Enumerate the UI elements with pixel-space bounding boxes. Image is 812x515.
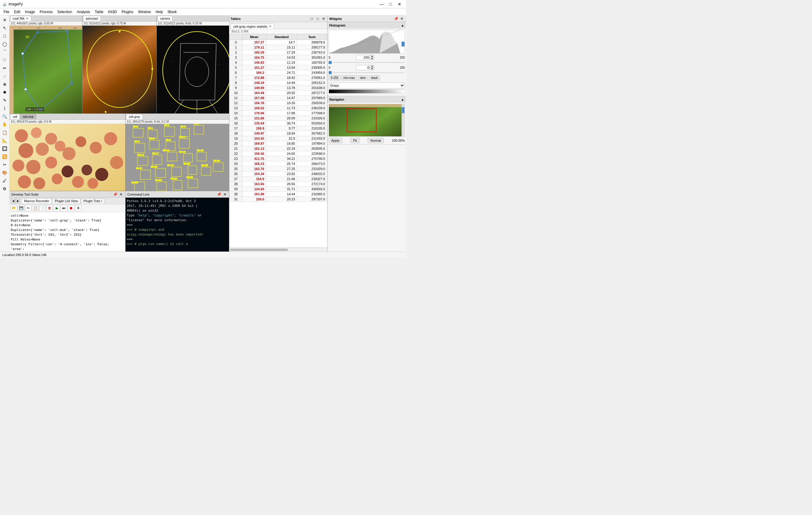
hist-upper-input[interactable]: 255 <box>356 55 370 60</box>
tool-btn-12[interactable]: 🔍 <box>1 112 9 120</box>
tool-btn-1[interactable]: ↖ <box>1 24 9 32</box>
minimize-button[interactable]: — <box>377 1 386 7</box>
menu-item-analysis[interactable]: Analysis <box>75 9 92 15</box>
table-scrollbar-h[interactable] <box>229 247 327 251</box>
tool-btn-9[interactable]: ✱ <box>1 88 9 96</box>
menu-item-image[interactable]: Image <box>23 9 37 15</box>
tool-btn-7[interactable]: ⟋ <box>1 72 9 80</box>
leaf-canvas[interactable]: 0 50 100 150 <box>9 26 82 113</box>
navigator-image[interactable] <box>329 104 405 137</box>
menu-item-ibook[interactable]: IBook <box>165 9 179 15</box>
plugin-list-tab[interactable]: Plugin List View <box>52 198 80 203</box>
tool-btn-15[interactable]: 📐 <box>1 137 9 144</box>
cell-tab[interactable]: cell <box>10 114 20 119</box>
colormap-select[interactable]: Grays <box>329 82 405 88</box>
cmd-close-btn[interactable]: ✕ <box>223 192 227 197</box>
astronaut-tab[interactable]: astronaut <box>83 16 101 21</box>
cell-gray-region-tab[interactable]: cell-gray-region statistic ✕ <box>231 24 274 29</box>
table-container[interactable]: MeanStandardSum0157.2714.7280878.01179.1… <box>229 34 327 247</box>
btn-min-max[interactable]: min-max <box>342 75 357 80</box>
tool-btn-11[interactable]: ⟩ <box>1 105 9 112</box>
develop-back-btn[interactable]: ◀ <box>11 198 16 203</box>
paste-btn[interactable]: 📄 <box>39 205 46 211</box>
normal-btn[interactable]: Normal <box>368 138 383 143</box>
camera-canvas[interactable] <box>157 26 229 113</box>
hist-lower-slider-thumb[interactable] <box>329 71 331 74</box>
pause-btn[interactable]: ⏸ <box>75 205 82 211</box>
tables-minimize-btn[interactable]: □ <box>309 17 314 21</box>
tool-btn-14[interactable]: 📋 <box>1 129 9 136</box>
cmd-pin-btn[interactable]: 📌 <box>216 192 221 197</box>
tool-btn-17[interactable]: 🔀 <box>1 153 9 160</box>
widgets-pin-btn[interactable]: 📌 <box>394 17 398 21</box>
navigator-section-header[interactable]: Navigator ▲ <box>327 96 406 103</box>
tables-maximize-btn[interactable]: □ <box>315 17 320 21</box>
leaf-tab[interactable]: Leaf 36K ✕ <box>10 16 31 21</box>
tool-btn-2[interactable]: □ <box>1 32 9 40</box>
tool-btn-21[interactable]: ⚙ <box>1 185 9 193</box>
histogram-section-header[interactable]: Histogram ▲ <box>327 22 406 29</box>
tool-btn-4[interactable]: ⌒ <box>1 48 9 56</box>
cmd-content[interactable]: Python 3.6.3 (v3.6.3:2c5fed8, Oct 32017,… <box>125 198 229 251</box>
step-btn[interactable]: ⏭ <box>61 205 67 211</box>
hist-right-marker[interactable] <box>402 42 405 47</box>
cell-gray-image[interactable]: id=0 id=1 id=2 id=3 id=5 <box>125 124 229 191</box>
maximize-button[interactable]: □ <box>386 1 395 7</box>
tool-btn-8[interactable]: ⊕ <box>1 80 9 88</box>
macros-recorder-tab[interactable]: Macros Recorder <box>22 198 52 203</box>
tool-btn-0[interactable]: ✕ <box>1 16 9 24</box>
menu-item-help[interactable]: Help <box>153 9 165 15</box>
btn-0-255[interactable]: 0-255 <box>329 75 341 80</box>
hist-lower-input[interactable]: 0 <box>356 65 370 70</box>
cell-canvas[interactable] <box>9 124 125 191</box>
cell-msk-tab[interactable]: cell-msk <box>20 114 36 119</box>
hist-lower-slider-track[interactable] <box>333 72 405 73</box>
cell-image[interactable] <box>9 124 125 191</box>
menu-item-file[interactable]: File <box>1 9 11 15</box>
stop-btn[interactable]: ⏹ <box>68 205 75 211</box>
delete-btn[interactable]: 🗑 <box>47 205 53 211</box>
tool-btn-6[interactable]: ✏ <box>1 64 9 72</box>
astronaut-image[interactable] <box>82 26 156 113</box>
hist-upper-up[interactable]: ▲ <box>370 55 374 57</box>
h-scrollbar-thumb[interactable] <box>230 249 288 251</box>
nav-scrollbar-v[interactable] <box>402 104 405 136</box>
tool-btn-16[interactable]: 🔲 <box>1 145 9 153</box>
hist-upper-down[interactable]: ▼ <box>370 57 374 60</box>
menu-item-plugins[interactable]: Plugins <box>119 9 136 15</box>
menu-item-kit3d[interactable]: Kit3D <box>106 9 119 15</box>
hist-upper-slider-track[interactable] <box>333 62 405 63</box>
tool-btn-13[interactable]: ✋ <box>1 120 9 128</box>
develop-fwd-btn[interactable]: ▶ <box>16 198 20 203</box>
astronaut-canvas[interactable] <box>82 26 156 113</box>
menu-item-selection[interactable]: Selection <box>55 9 75 15</box>
leaf-image[interactable]: 93 Unit = 1.6 mm <box>14 30 82 113</box>
btn-slice[interactable]: slice <box>358 75 368 80</box>
camera-tab[interactable]: camera <box>157 16 173 21</box>
tables-tab-close[interactable]: ✕ <box>269 24 271 28</box>
menu-item-window[interactable]: Window <box>136 9 153 15</box>
nav-viewport-rect[interactable] <box>347 108 377 132</box>
hist-upper-slider-thumb[interactable] <box>329 61 331 64</box>
copy-btn[interactable]: 📋 <box>32 205 39 211</box>
tool-btn-19[interactable]: 🎨 <box>1 169 9 177</box>
develop-content[interactable]: cell>NoneDuplicate>{'name': 'cell-gray',… <box>9 212 125 251</box>
tool-btn-20[interactable]: 🖊 <box>1 177 9 185</box>
menu-item-table[interactable]: Table <box>92 9 106 15</box>
camera-image[interactable] <box>157 26 229 113</box>
run-btn[interactable]: ▶ <box>54 205 60 211</box>
cell-gray-tab[interactable]: cell-gray <box>126 114 143 119</box>
apply-btn[interactable]: Apply <box>329 138 342 143</box>
hist-lower-down[interactable]: ▼ <box>370 67 374 70</box>
tables-close-btn[interactable]: ✕ <box>321 17 326 21</box>
plugin-tree-tab[interactable]: Plugin Tree \ <box>81 198 105 203</box>
menu-item-edit[interactable]: Edit <box>11 9 23 15</box>
fit-btn[interactable]: Fit <box>350 138 359 143</box>
menu-item-process[interactable]: Process <box>37 9 55 15</box>
develop-close-btn[interactable]: ✕ <box>119 192 123 197</box>
tool-btn-10[interactable]: ✎ <box>1 97 9 104</box>
save-btn[interactable]: 💾 <box>18 205 24 211</box>
cut-btn[interactable]: ✂ <box>25 205 31 211</box>
tool-btn-3[interactable]: ◯ <box>1 40 9 48</box>
btn-stack[interactable]: stack <box>369 75 380 80</box>
